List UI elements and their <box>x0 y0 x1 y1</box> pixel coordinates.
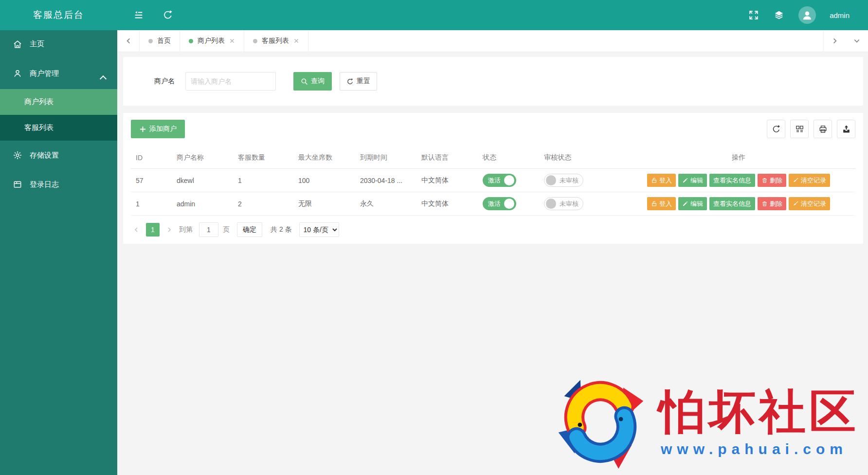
reset-icon <box>346 78 354 85</box>
col-header-agents: 客服数量 <box>233 147 293 169</box>
sidebar-item-storage[interactable]: 存储设置 <box>0 141 117 170</box>
sidebar-item-login-log[interactable]: 登录日志 <box>0 170 117 199</box>
sidebar-item-merchant-list[interactable]: 商户列表 <box>0 89 117 115</box>
user-icon <box>13 69 22 78</box>
view-realname-button[interactable]: 查看实名信息 <box>709 174 755 187</box>
tab-label: 首页 <box>157 37 171 45</box>
trash-icon <box>761 177 768 183</box>
cell-id: 1 <box>131 192 172 216</box>
layers-icon[interactable] <box>773 9 785 21</box>
clear-records-button[interactable]: 清空记录 <box>789 174 830 187</box>
unlock-icon <box>651 177 657 183</box>
toggle-knob <box>546 199 556 209</box>
search-icon <box>301 78 308 85</box>
sidebar-item-home[interactable]: 主页 <box>0 30 117 58</box>
sidebar-item-service-list[interactable]: 客服列表 <box>0 115 117 141</box>
audit-toggle[interactable]: 未审核 <box>544 197 583 210</box>
tab-merchant-list[interactable]: 商户列表 <box>180 30 244 52</box>
tab-status-dot <box>189 39 193 43</box>
delete-button[interactable]: 删除 <box>758 174 786 187</box>
tabs-scroll-left-button[interactable] <box>117 30 140 52</box>
per-page-select[interactable]: 10 条/页 <box>299 222 339 237</box>
audit-toggle[interactable]: 未审核 <box>544 174 583 187</box>
tabs-menu-button[interactable] <box>846 30 868 52</box>
goto-page-input[interactable] <box>199 222 218 237</box>
table-header-row: ID 商户名称 客服数量 最大坐席数 到期时间 默认语言 状态 审核状态 操作 <box>131 147 855 169</box>
topbar: admin <box>117 0 868 30</box>
merchant-table-panel: 添加商户 <box>123 113 863 244</box>
goto-confirm-button[interactable]: 确定 <box>237 222 262 237</box>
status-toggle[interactable]: 激活 <box>483 174 516 187</box>
user-avatar-icon[interactable] <box>798 6 816 24</box>
delete-button[interactable]: 删除 <box>758 197 786 210</box>
next-page-button[interactable] <box>164 223 175 237</box>
login-button[interactable]: 登入 <box>647 174 676 187</box>
sidebar-item-merchant-mgmt[interactable]: 商户管理 <box>0 58 117 89</box>
merchant-name-input[interactable] <box>185 72 276 91</box>
table-toolbar <box>767 120 855 138</box>
add-merchant-button[interactable]: 添加商户 <box>131 120 185 138</box>
toggle-knob <box>504 199 514 209</box>
app-logo-title: 客服总后台 <box>0 0 117 30</box>
cell-lang: 中文简体 <box>416 192 478 216</box>
tabs-scroll-right-button[interactable] <box>823 30 846 52</box>
gear-icon <box>13 150 22 160</box>
toggle-knob <box>546 175 556 185</box>
close-icon[interactable] <box>229 38 235 44</box>
table-print-button[interactable] <box>814 120 832 138</box>
reset-button[interactable]: 重置 <box>340 72 377 91</box>
printer-icon <box>818 125 828 134</box>
cell-lang: 中文简体 <box>416 169 478 192</box>
table-columns-button[interactable] <box>790 120 809 138</box>
tab-service-list[interactable]: 客服列表 <box>244 30 308 52</box>
status-toggle[interactable]: 激活 <box>483 197 516 210</box>
edit-button[interactable]: 编辑 <box>678 174 707 187</box>
col-header-expire: 到期时间 <box>355 147 416 169</box>
tab-status-dot <box>148 39 153 43</box>
search-panel: 商户名 查询 重置 <box>123 57 863 106</box>
prev-page-button[interactable] <box>131 223 142 237</box>
col-header-id: ID <box>131 147 172 169</box>
refresh-icon[interactable] <box>162 9 174 21</box>
cell-name: dkewl <box>172 169 233 192</box>
plus-icon <box>139 126 146 133</box>
watermark-title: 怕坏社区 <box>659 388 859 437</box>
collapse-menu-icon[interactable] <box>133 9 145 21</box>
sidebar-item-label: 商户管理 <box>30 69 59 78</box>
query-button[interactable]: 查询 <box>293 72 332 91</box>
tab-status-dot <box>253 39 257 43</box>
sidebar-item-label: 商户列表 <box>24 97 54 107</box>
username-label[interactable]: admin <box>830 11 850 19</box>
pagination: 1 到第 页 确定 共 2 条 10 条/页 <box>131 222 855 237</box>
col-header-lang: 默认语言 <box>416 147 478 169</box>
page-number-button[interactable]: 1 <box>146 223 160 237</box>
sidebar-item-label: 客服列表 <box>24 123 54 132</box>
goto-label: 到第 <box>179 225 193 234</box>
merchant-table: ID 商户名称 客服数量 最大坐席数 到期时间 默认语言 状态 审核状态 操作 … <box>131 147 855 216</box>
table-row: 57 dkewl 1 100 2030-04-18 ... 中文简体 激活 <box>131 169 855 192</box>
pencil-icon <box>682 177 688 183</box>
cell-expire: 2030-04-18 ... <box>355 169 416 192</box>
table-export-button[interactable] <box>837 120 855 138</box>
close-icon[interactable] <box>293 38 299 44</box>
log-icon <box>13 180 22 189</box>
clear-records-button[interactable]: 清空记录 <box>789 197 830 210</box>
edit-button[interactable]: 编辑 <box>678 197 707 210</box>
unlock-icon <box>651 201 657 207</box>
cell-id: 57 <box>131 169 172 192</box>
watermark: 怕坏社区 www.pahuai.com <box>553 374 859 471</box>
table-refresh-button[interactable] <box>767 120 785 138</box>
col-header-ops: 操作 <box>622 147 855 169</box>
cell-expire: 永久 <box>355 192 416 216</box>
refresh-icon <box>772 125 781 134</box>
view-realname-button[interactable]: 查看实名信息 <box>709 197 755 210</box>
sidebar-item-label: 主页 <box>30 39 44 49</box>
col-header-audit: 审核状态 <box>539 147 622 169</box>
cell-max-seats: 无限 <box>293 192 355 216</box>
fullscreen-icon[interactable] <box>748 9 760 21</box>
cell-name: admin <box>172 192 233 216</box>
chevron-up-icon <box>100 75 107 82</box>
export-icon <box>842 125 851 134</box>
tab-home[interactable]: 首页 <box>140 30 180 52</box>
login-button[interactable]: 登入 <box>647 197 676 210</box>
